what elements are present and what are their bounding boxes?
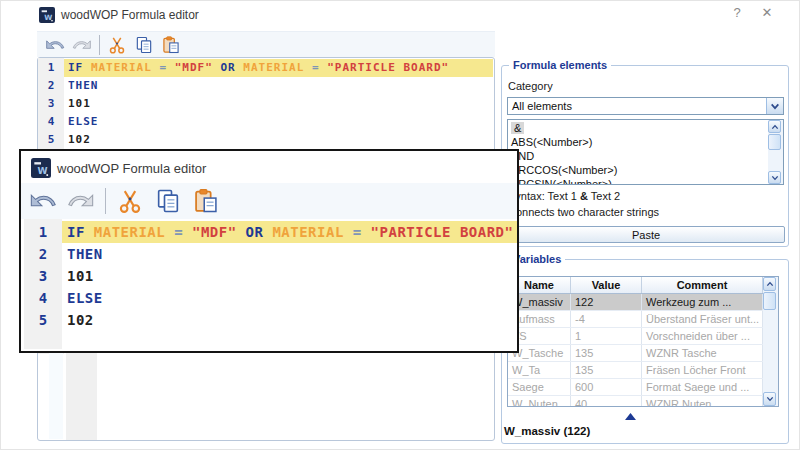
elements-listbox[interactable]: &ABS(<Number>)ANDARCCOS(<Number>)ARCSIN(… xyxy=(507,119,784,185)
category-label: Category xyxy=(508,80,553,92)
chevron-up-icon xyxy=(766,281,774,287)
redo-button[interactable] xyxy=(67,187,95,215)
overlay-titlebar[interactable]: woodWOP Formula editor xyxy=(21,151,517,183)
scroll-down-button[interactable] xyxy=(763,392,776,406)
list-item[interactable]: AND xyxy=(508,149,767,163)
table-cell: 600 xyxy=(571,379,642,395)
code-token: "MDF" xyxy=(192,224,246,240)
code-line[interactable]: 102 xyxy=(62,309,517,331)
table-row[interactable]: Aufmass-4Überstand Fräser unt... xyxy=(508,311,763,328)
line-number-gutter: 12345 xyxy=(24,219,62,349)
list-item[interactable]: ARCCOS(<Number>) xyxy=(508,163,767,177)
scrollbar-thumb[interactable] xyxy=(768,134,781,150)
editor-gutter-strip xyxy=(66,353,97,440)
code-token: ELSE xyxy=(68,115,99,128)
list-item[interactable]: ABS(<Number>) xyxy=(508,135,767,149)
line-number: 4 xyxy=(38,113,64,131)
table-body: W_massiv122Werkzeug zum ...Aufmass-4Über… xyxy=(508,294,763,406)
table-cell: Überstand Fräser unt... xyxy=(642,311,763,327)
cut-button[interactable] xyxy=(116,187,144,215)
copy-button[interactable] xyxy=(154,187,182,215)
undo-icon xyxy=(29,187,57,215)
code-token: ELSE xyxy=(67,290,103,306)
table-row[interactable]: W_massiv122Werkzeug zum ... xyxy=(508,294,763,311)
table-row[interactable]: W_Nuten40WZNR Nuten xyxy=(508,396,763,407)
code-token: "PARTICLE BOARD" xyxy=(327,61,449,74)
listbox-scrollbar[interactable] xyxy=(768,120,783,184)
code-token: = xyxy=(312,61,327,74)
table-cell: -4 xyxy=(571,311,642,327)
redo-button[interactable] xyxy=(72,35,92,55)
scroll-up-button[interactable] xyxy=(763,277,776,291)
collapse-button[interactable] xyxy=(624,412,637,421)
code-line[interactable]: 101 xyxy=(64,95,493,113)
scroll-up-button[interactable] xyxy=(768,120,781,133)
scissors-icon xyxy=(107,35,127,55)
copy-icon xyxy=(134,35,154,55)
undo-icon xyxy=(45,35,65,55)
main-toolbar xyxy=(37,31,495,57)
line-number: 5 xyxy=(38,131,64,149)
code-line[interactable]: 102 xyxy=(64,131,493,149)
table-header: NameValueComment xyxy=(508,277,763,294)
paste-button[interactable] xyxy=(161,35,181,55)
list-item[interactable]: ARCSIN(<Number>) xyxy=(508,177,767,185)
code-token: "PARTICLE BOARD" xyxy=(371,224,514,240)
code-line[interactable]: THEN xyxy=(64,77,493,95)
main-titlebar[interactable]: woodWOP Formula editor ? ✕ xyxy=(1,1,800,29)
scissors-icon xyxy=(116,187,144,215)
dropdown-open-button[interactable] xyxy=(766,98,783,114)
table-row[interactable]: VS1Vorschneiden über ... xyxy=(508,328,763,345)
code-line[interactable]: IF MATERIAL = "MDF" OR MATERIAL = "PARTI… xyxy=(64,59,493,77)
table-cell: 1 xyxy=(571,328,642,344)
overlay-window: woodWOP Formula editor 12345 IF MATERIAL… xyxy=(19,149,519,353)
chevron-down-icon xyxy=(770,103,780,110)
undo-button[interactable] xyxy=(45,35,65,55)
line-number: 3 xyxy=(24,265,62,287)
overlay-code-editor[interactable]: 12345 IF MATERIAL = "MDF" OR MATERIAL = … xyxy=(21,219,517,349)
code-line[interactable]: ELSE xyxy=(64,113,493,131)
woodwop-logo-icon xyxy=(31,158,51,178)
undo-button[interactable] xyxy=(29,187,57,215)
paste-button[interactable] xyxy=(192,187,220,215)
scrollbar-thumb[interactable] xyxy=(763,292,776,310)
code-token: 102 xyxy=(68,133,91,146)
code-token: 102 xyxy=(67,312,94,328)
variables-table: NameValueComment W_massiv122Werkzeug zum… xyxy=(507,276,779,407)
table-row[interactable]: Saege600Format Saege und ... xyxy=(508,379,763,396)
scroll-down-button[interactable] xyxy=(768,171,781,184)
table-scrollbar[interactable] xyxy=(763,277,778,406)
code-line[interactable]: ELSE xyxy=(62,287,517,309)
table-cell: 135 xyxy=(571,345,642,361)
close-button[interactable]: ✕ xyxy=(758,5,776,21)
table-cell: Werkzeug zum ... xyxy=(642,294,763,310)
copy-button[interactable] xyxy=(134,35,154,55)
table-cell: Fräsen Löcher Front xyxy=(642,362,763,378)
code-token: OR xyxy=(220,61,243,74)
editor-margin-strip xyxy=(49,353,63,439)
category-dropdown[interactable]: All elements xyxy=(507,97,784,115)
code-line[interactable]: 101 xyxy=(62,265,517,287)
code-token: MATERIAL xyxy=(91,61,160,74)
chevron-down-icon xyxy=(771,175,779,181)
code-line[interactable]: IF MATERIAL = "MDF" OR MATERIAL = "PARTI… xyxy=(62,221,517,243)
table-cell: Saege xyxy=(508,379,571,395)
table-row[interactable]: W_Ta135Fräsen Löcher Front xyxy=(508,362,763,379)
code-token: = xyxy=(174,224,192,240)
paste-element-button[interactable]: Paste xyxy=(507,226,785,243)
help-button[interactable]: ? xyxy=(728,5,746,21)
table-row[interactable]: W_Tasche135WZNR Tasche xyxy=(508,345,763,362)
element-description: Connects two character strings xyxy=(508,206,659,218)
cut-button[interactable] xyxy=(107,35,127,55)
code-token: THEN xyxy=(67,246,103,262)
code-token: MATERIAL xyxy=(272,224,352,240)
table-cell: W_Nuten xyxy=(508,396,571,407)
code-line[interactable]: THEN xyxy=(62,243,517,265)
list-item[interactable]: & xyxy=(508,121,767,135)
formula-elements-title: Formula elements xyxy=(509,58,611,72)
line-number: 2 xyxy=(24,243,62,265)
syntax-text: & xyxy=(580,190,588,202)
code-token: MATERIAL xyxy=(94,224,174,240)
table-cell: 122 xyxy=(571,294,642,310)
line-number: 5 xyxy=(24,309,62,331)
